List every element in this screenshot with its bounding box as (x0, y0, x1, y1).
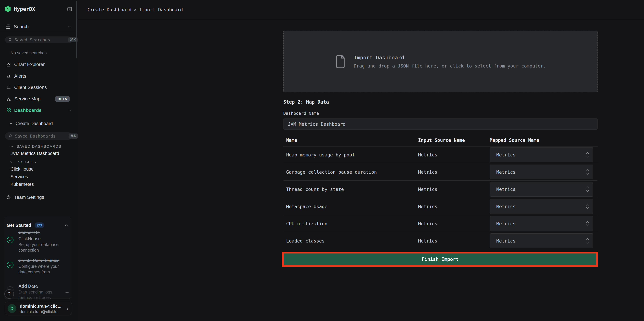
team-settings-label: Team Settings (14, 195, 44, 200)
group-label: SAVED DASHBOARDS (16, 144, 61, 149)
row-input-source: Metrics (418, 232, 438, 250)
mapped-source-select[interactable]: Metrics (490, 182, 593, 197)
check-circle-icon (6, 237, 14, 244)
sidebar-section-search[interactable]: Search (6, 24, 72, 30)
arrow-right-icon: → (64, 289, 70, 295)
row-name: Thread count by state (286, 181, 344, 198)
sidebar-item-team-settings[interactable]: Team Settings (6, 194, 44, 201)
breadcrumb-create-dashboard[interactable]: Create Dashboard (88, 7, 132, 12)
create-dashboard-label: Create Dashboard (16, 121, 53, 126)
select-chevrons-icon (586, 186, 590, 192)
chevron-up-icon (64, 224, 68, 227)
user-email: dominic.tran@clickh... (20, 309, 60, 314)
dashboards-grid-icon (6, 108, 11, 113)
table-row: Thread count by state Metrics Metrics (283, 181, 598, 198)
top-header: Create Dashboard>Import Dashboard (77, 0, 644, 19)
search-icon (9, 134, 12, 138)
annotation-highlight-box: Finish Import (282, 252, 598, 267)
sidebar-item-alerts[interactable]: Alerts (6, 73, 72, 79)
no-saved-searches-text: No saved searches (10, 50, 47, 55)
nav-label: Client Sessions (14, 85, 47, 90)
chevron-up-icon (68, 109, 72, 112)
get-started-title: Get Started (6, 223, 31, 228)
col-header-input-source: Input Source Name (418, 134, 465, 146)
breadcrumb-import-dashboard[interactable]: Import Dashboard (139, 7, 183, 12)
app-window: HyperDX Search (0, 0, 644, 321)
table-row: Metaspace Usage Metrics Metrics (283, 198, 598, 215)
mapped-source-select[interactable]: Metrics (490, 165, 593, 179)
select-chevrons-icon (586, 152, 590, 158)
row-input-source: Metrics (418, 198, 438, 215)
get-started-card: Get Started 2/3 Connect to ClickHouse Se… (4, 217, 71, 299)
sidebar-item-jvm-dashboard[interactable]: JVM Metrics Dashboard (10, 151, 59, 156)
mapped-source-select[interactable]: Metrics (490, 147, 593, 162)
get-started-item-sources[interactable]: Create Data Sources Configure where your… (18, 257, 61, 275)
create-dashboard-button[interactable]: + Create Dashboard (10, 120, 53, 127)
sidebar-scrollbar[interactable] (76, 1, 77, 58)
get-started-item-add-data[interactable]: Add Data Start sending logs, metrics, or… (18, 283, 61, 299)
saved-dashboards-group-header[interactable]: SAVED DASHBOARDS (10, 144, 61, 149)
table-row: Loaded classes Metrics Metrics (283, 232, 598, 250)
get-started-header[interactable]: Get Started 2/3 (6, 222, 68, 228)
import-dropzone[interactable]: Import Dashboard Drag and drop a JSON fi… (283, 31, 598, 92)
check-circle-icon (6, 262, 14, 269)
group-label: PRESETS (16, 160, 36, 164)
step-desc: Configure where your data comes from (18, 264, 61, 275)
sidebar-item-service-map[interactable]: Service Map BETA (6, 96, 72, 102)
table-row: CPU utilization Metrics Metrics (283, 215, 598, 232)
saved-dashboards-search[interactable]: ⌘K (5, 132, 72, 140)
select-chevrons-icon (586, 238, 590, 244)
breadcrumb: Create Dashboard>Import Dashboard (88, 7, 183, 12)
mapped-source-select[interactable]: Metrics (490, 233, 593, 248)
step-title: Add Data (18, 283, 61, 289)
progress-badge: 2/3 (35, 222, 44, 228)
sidebar-item-clickhouse[interactable]: ClickHouse (10, 166, 34, 172)
laptop-icon (6, 85, 11, 90)
user-menu[interactable]: D dominic.tran@clic... dominic.tran@clic… (5, 302, 72, 315)
dropzone-title: Import Dashboard (354, 54, 546, 61)
avatar-initial: D (10, 306, 14, 311)
dashboard-name-label: Dashboard Name (283, 111, 319, 116)
mapped-source-select[interactable]: Metrics (490, 199, 593, 214)
nav-label: Alerts (14, 73, 26, 79)
section-search-label: Search (14, 24, 29, 29)
select-chevrons-icon (586, 203, 590, 209)
plus-icon: + (10, 121, 12, 126)
bell-icon (6, 74, 11, 78)
chevron-right-icon: › (67, 306, 68, 311)
row-name: Heap memory usage by pool (286, 146, 355, 163)
service-map-icon (6, 96, 11, 101)
presets-group-header[interactable]: PRESETS (10, 159, 36, 165)
chevron-down-icon (10, 161, 14, 163)
saved-searches-input[interactable] (14, 37, 68, 42)
sidebar-item-dashboards[interactable]: Dashboards (6, 107, 72, 114)
dashboard-name-input[interactable] (283, 118, 598, 130)
hyperdx-logo-icon (5, 6, 11, 12)
sidebar-item-client-sessions[interactable]: Client Sessions (6, 84, 72, 91)
user-name: dominic.tran@clic... (20, 304, 61, 309)
help-label: ? (8, 291, 10, 297)
saved-searches-search[interactable]: ⌘K (5, 36, 72, 43)
divider (0, 32, 77, 32)
mapped-source-select[interactable]: Metrics (490, 216, 593, 231)
chevron-down-icon (10, 145, 14, 147)
breadcrumb-separator: > (132, 7, 139, 12)
nav-label: Dashboards (14, 108, 42, 113)
saved-dashboards-input[interactable] (15, 134, 68, 139)
finish-import-button[interactable]: Finish Import (284, 254, 596, 265)
help-button[interactable]: ? (4, 289, 14, 299)
get-started-item-connect[interactable]: Connect to ClickHouse Set up your databa… (18, 229, 61, 253)
file-icon (335, 54, 346, 69)
sidebar-item-kubernetes[interactable]: Kubernetes (10, 181, 34, 187)
step-2-title: Step 2: Map Data (283, 99, 329, 105)
table-row: Garbage collection pause duration Metric… (283, 163, 598, 181)
sidebar-collapse-icon[interactable] (67, 7, 72, 11)
sidebar-item-services[interactable]: Services (10, 174, 28, 180)
beta-badge: BETA (55, 96, 70, 102)
nav-label: Chart Explorer (14, 62, 45, 67)
sidebar-item-chart-explorer[interactable]: Chart Explorer (6, 61, 72, 68)
select-value: Metrics (496, 169, 586, 175)
select-value: Metrics (496, 152, 586, 157)
brand-logo[interactable]: HyperDX (5, 5, 35, 13)
sidebar: HyperDX Search (0, 0, 77, 321)
